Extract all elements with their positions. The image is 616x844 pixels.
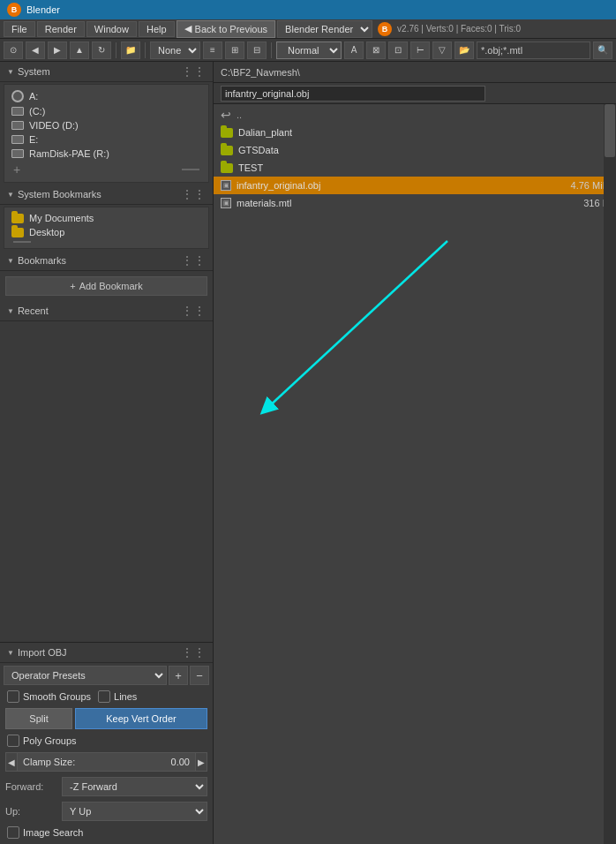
- system-bookmarks-label: System Bookmarks: [18, 189, 101, 200]
- file-materials-mtl[interactable]: ▣ materials.mtl 316 B: [214, 194, 616, 212]
- blender-icon: B: [378, 22, 392, 36]
- file-infantry-obj[interactable]: ▣ infantry_original.obj 4.76 MiB: [214, 177, 616, 194]
- forward-label: Forward:: [5, 781, 58, 792]
- nav-back-btn[interactable]: ◀: [26, 41, 45, 59]
- drive-e-label: E:: [29, 134, 38, 145]
- path-bar: C:\BF2_Navmesh\: [214, 62, 616, 83]
- toolbar-filter-btn[interactable]: ▽: [432, 41, 452, 59]
- split-button[interactable]: Split: [5, 708, 72, 729]
- toolbar-btn-1[interactable]: ⊙: [4, 41, 23, 59]
- folder-test-icon: [221, 163, 233, 173]
- new-folder-btn[interactable]: 📁: [121, 41, 140, 59]
- file-materials-name: materials.mtl: [237, 198, 551, 208]
- menu-bar: File Render Window Help ◀ Back to Previo…: [0, 19, 616, 39]
- up-select[interactable]: Y Up: [62, 802, 207, 821]
- window-title: Blender: [26, 4, 60, 15]
- filename-input[interactable]: [221, 86, 485, 102]
- image-search-label: Image Search: [23, 827, 83, 838]
- desktop-item[interactable]: Desktop: [8, 225, 205, 239]
- system-bookmarks-header[interactable]: ▼ System Bookmarks ⋮⋮: [0, 185, 213, 205]
- smooth-groups-label: Smooth Groups: [23, 691, 91, 702]
- drive-r[interactable]: RamDisk-PAE (R:): [8, 147, 205, 161]
- bookmarks-content: + Add Bookmark: [0, 271, 213, 301]
- grid-view-btn[interactable]: ⊞: [225, 41, 244, 59]
- folder-test-name: TEST: [238, 162, 609, 173]
- toolbar-path-btn[interactable]: 📂: [454, 41, 474, 59]
- folder-dalian-name: Dalian_plant: [238, 127, 609, 138]
- view-mode-select[interactable]: None: [150, 41, 200, 59]
- toolbar-extra-4[interactable]: ⊢: [410, 41, 430, 59]
- system-bookmarks-content: My Documents Desktop: [4, 207, 209, 249]
- split-row: Split Keep Vert Order: [0, 705, 213, 732]
- file-filter-input[interactable]: *.obj;*.mtl: [477, 41, 590, 59]
- recent-header[interactable]: ▼ Recent ⋮⋮: [0, 301, 213, 321]
- folder-gtsdata[interactable]: GTSData: [214, 141, 616, 159]
- back-arrow-icon: ◀: [184, 23, 192, 34]
- help-menu[interactable]: Help: [139, 21, 175, 37]
- system-section-header[interactable]: ▼ System ⋮⋮: [0, 62, 213, 82]
- file-materials-size: 316 B: [556, 198, 609, 208]
- folder-dalian[interactable]: Dalian_plant: [214, 124, 616, 141]
- floppy-icon: [11, 90, 24, 102]
- toolbar: ⊙ ◀ ▶ ▲ ↻ 📁 None ≡ ⊞ ⊟ Normal A ⊠ ⊡ ⊢ ▽ …: [0, 39, 616, 62]
- toolbar-extra-1[interactable]: A: [344, 41, 364, 59]
- clamp-decrease-btn[interactable]: ◀: [5, 752, 18, 772]
- sidebar-spacer: [0, 321, 213, 642]
- presets-add-btn[interactable]: +: [169, 666, 188, 685]
- import-label: Import OBJ: [18, 647, 67, 658]
- clamp-size-row: ◀ Clamp Size: 0.00 ▶: [0, 750, 213, 774]
- sort-btn[interactable]: ⊟: [247, 41, 267, 59]
- render-menu[interactable]: Render: [37, 21, 85, 37]
- drive-d[interactable]: VIDEO (D:): [8, 118, 205, 132]
- toolbar-extra-2[interactable]: ⊠: [366, 41, 386, 59]
- system-dots: ⋮⋮: [181, 64, 206, 79]
- drive-c[interactable]: (C:): [8, 104, 205, 118]
- nav-forward-btn[interactable]: ▶: [48, 41, 67, 59]
- smooth-groups-box: [7, 690, 19, 703]
- list-view-btn[interactable]: ≡: [203, 41, 222, 59]
- bookmarks-header[interactable]: ▼ Bookmarks ⋮⋮: [0, 251, 213, 271]
- sys-bm-dots: ⋮⋮: [181, 187, 206, 201]
- poly-groups-row: Poly Groups: [0, 732, 213, 750]
- image-search-checkbox[interactable]: Image Search: [7, 826, 83, 839]
- system-plus[interactable]: +: [13, 162, 20, 177]
- image-search-row: Image Search: [0, 824, 213, 844]
- my-documents-item[interactable]: My Documents: [8, 211, 205, 225]
- render-engine-select[interactable]: Blender Render: [277, 20, 372, 38]
- toolbar-search-btn[interactable]: 🔍: [593, 41, 612, 59]
- operator-presets-select[interactable]: Operator Presets: [4, 666, 167, 685]
- disk-r-icon: [11, 149, 24, 158]
- import-triangle: ▼: [7, 649, 14, 657]
- smooth-groups-checkbox[interactable]: Smooth Groups: [7, 690, 91, 703]
- bookmarks-dots: ⋮⋮: [181, 253, 206, 268]
- drive-e[interactable]: E:: [8, 132, 205, 147]
- system-bottom-row: +: [8, 161, 205, 178]
- sys-bm-bottom-row: [8, 239, 205, 245]
- folder-test[interactable]: TEST: [214, 159, 616, 177]
- disk-c-icon: [11, 107, 24, 116]
- import-obj-header[interactable]: ▼ Import OBJ ⋮⋮: [0, 643, 213, 663]
- drive-a[interactable]: A:: [8, 88, 205, 104]
- add-bookmark-button[interactable]: + Add Bookmark: [5, 276, 207, 296]
- back-to-previous-button[interactable]: ◀ Back to Previous: [177, 20, 276, 38]
- parent-dir-item[interactable]: ↩ ..: [214, 106, 616, 124]
- presets-remove-btn[interactable]: −: [190, 666, 209, 685]
- poly-groups-checkbox[interactable]: Poly Groups: [7, 735, 77, 747]
- reload-btn[interactable]: ↻: [92, 41, 111, 59]
- bookmarks-triangle: ▼: [7, 257, 14, 265]
- clamp-increase-btn[interactable]: ▶: [195, 752, 207, 772]
- nav-up-btn[interactable]: ▲: [70, 41, 89, 59]
- lines-checkbox[interactable]: Lines: [98, 690, 137, 703]
- normal-mode-select[interactable]: Normal: [276, 41, 342, 59]
- sys-bm-triangle: ▼: [7, 191, 14, 199]
- keep-vert-order-button[interactable]: Keep Vert Order: [75, 708, 207, 729]
- file-menu[interactable]: File: [4, 21, 35, 37]
- toolbar-extra-3[interactable]: ⊡: [388, 41, 408, 59]
- up-row: Up: Y Up: [0, 799, 213, 824]
- forward-select[interactable]: -Z Forward: [62, 777, 207, 796]
- window-menu[interactable]: Window: [86, 21, 137, 37]
- poly-groups-box: [7, 735, 19, 747]
- smooth-lines-row: Smooth Groups Lines: [0, 688, 213, 705]
- file-obj-icon: ▣: [221, 180, 231, 191]
- file-list-scrollbar[interactable]: [604, 104, 616, 844]
